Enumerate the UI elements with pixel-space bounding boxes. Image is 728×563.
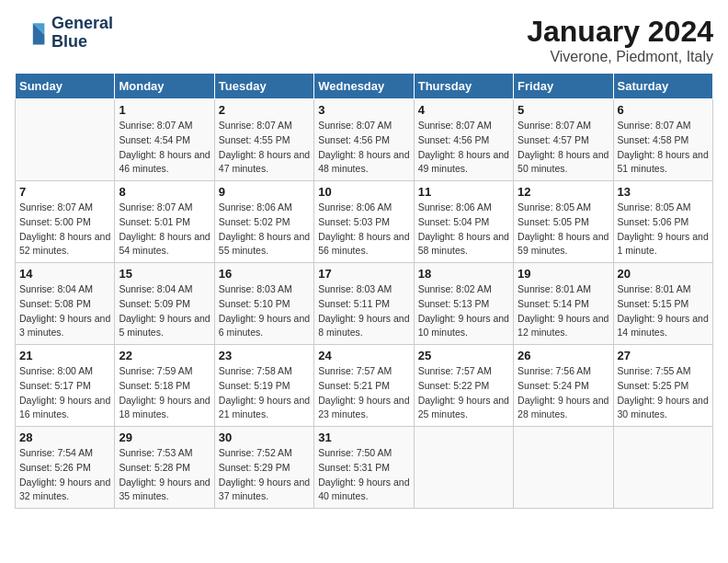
sunset-label: Sunset: 5:10 PM	[219, 298, 290, 309]
day-number: 25	[418, 349, 509, 362]
day-number: 23	[219, 349, 310, 362]
sunset-label: Sunset: 5:15 PM	[618, 298, 689, 309]
daylight-label: Daylight: 9 hours and 8 minutes.	[318, 313, 409, 339]
calendar-day-cell: 21Sunrise: 8:00 AMSunset: 5:17 PMDayligh…	[16, 345, 115, 427]
sunrise-label: Sunrise: 7:57 AM	[418, 365, 492, 376]
calendar-day-cell: 26Sunrise: 7:56 AMSunset: 5:24 PMDayligh…	[514, 345, 613, 427]
daylight-label: Daylight: 9 hours and 32 minutes.	[19, 477, 110, 502]
calendar-day-cell	[414, 427, 513, 509]
sunset-label: Sunset: 5:04 PM	[418, 216, 490, 227]
day-info: Sunrise: 8:06 AMSunset: 5:04 PMDaylight:…	[418, 201, 509, 259]
sunrise-label: Sunrise: 8:03 AM	[318, 283, 392, 294]
sunset-label: Sunset: 5:29 PM	[219, 462, 290, 473]
calendar-day-cell: 25Sunrise: 7:57 AMSunset: 5:22 PMDayligh…	[414, 345, 513, 427]
day-number: 26	[518, 349, 609, 362]
sunset-label: Sunset: 5:31 PM	[318, 462, 390, 473]
calendar-day-cell: 2Sunrise: 8:07 AMSunset: 4:55 PMDaylight…	[214, 99, 313, 181]
calendar-day-cell: 23Sunrise: 7:58 AMSunset: 5:19 PMDayligh…	[214, 345, 313, 427]
day-info: Sunrise: 8:00 AMSunset: 5:17 PMDaylight:…	[19, 364, 110, 422]
weekday-header-row: SundayMondayTuesdayWednesdayThursdayFrid…	[16, 74, 713, 99]
sunrise-label: Sunrise: 8:06 AM	[318, 201, 392, 213]
day-number: 15	[119, 267, 210, 281]
day-info: Sunrise: 8:07 AMSunset: 4:56 PMDaylight:…	[418, 119, 509, 177]
day-info: Sunrise: 8:01 AMSunset: 5:15 PMDaylight:…	[618, 282, 709, 340]
day-info: Sunrise: 8:07 AMSunset: 4:54 PMDaylight:…	[119, 119, 210, 177]
day-info: Sunrise: 7:57 AMSunset: 5:22 PMDaylight:…	[418, 364, 509, 422]
sunrise-label: Sunrise: 8:01 AM	[618, 283, 691, 294]
sunrise-label: Sunrise: 7:57 AM	[318, 365, 392, 376]
calendar-week-row: 21Sunrise: 8:00 AMSunset: 5:17 PMDayligh…	[16, 345, 713, 427]
logo: General Blue	[15, 15, 113, 52]
daylight-label: Daylight: 9 hours and 6 minutes.	[219, 313, 310, 339]
calendar-day-cell: 12Sunrise: 8:05 AMSunset: 5:05 PMDayligh…	[514, 181, 613, 263]
calendar-day-cell	[613, 427, 712, 509]
day-info: Sunrise: 8:03 AMSunset: 5:10 PMDaylight:…	[219, 282, 310, 340]
daylight-label: Daylight: 8 hours and 56 minutes.	[318, 231, 409, 257]
calendar-day-cell: 24Sunrise: 7:57 AMSunset: 5:21 PMDayligh…	[314, 345, 414, 427]
day-info: Sunrise: 7:58 AMSunset: 5:19 PMDaylight:…	[219, 364, 310, 422]
day-info: Sunrise: 8:01 AMSunset: 5:14 PMDaylight:…	[518, 282, 609, 340]
day-number: 29	[119, 431, 210, 444]
sunrise-label: Sunrise: 7:55 AM	[618, 365, 691, 376]
day-info: Sunrise: 7:55 AMSunset: 5:25 PMDaylight:…	[618, 364, 709, 422]
sunset-label: Sunset: 5:25 PM	[618, 380, 689, 391]
calendar-day-cell: 20Sunrise: 8:01 AMSunset: 5:15 PMDayligh…	[613, 263, 712, 345]
weekday-header: Friday	[514, 74, 613, 99]
day-number: 2	[219, 103, 310, 117]
sunset-label: Sunset: 4:58 PM	[618, 134, 689, 145]
title-area: January 2024 Viverone, Piedmont, Italy	[527, 15, 713, 65]
sunrise-label: Sunrise: 8:07 AM	[618, 120, 691, 131]
sunrise-label: Sunrise: 8:07 AM	[418, 120, 492, 131]
sunset-label: Sunset: 5:22 PM	[418, 380, 490, 391]
daylight-label: Daylight: 9 hours and 16 minutes.	[19, 395, 110, 420]
day-info: Sunrise: 7:59 AMSunset: 5:18 PMDaylight:…	[119, 364, 210, 422]
calendar-day-cell: 16Sunrise: 8:03 AMSunset: 5:10 PMDayligh…	[214, 263, 313, 345]
calendar-day-cell: 1Sunrise: 8:07 AMSunset: 4:54 PMDaylight…	[115, 99, 214, 181]
sunset-label: Sunset: 5:19 PM	[219, 380, 290, 391]
sunrise-label: Sunrise: 8:06 AM	[219, 201, 292, 213]
daylight-label: Daylight: 9 hours and 3 minutes.	[19, 313, 110, 339]
daylight-label: Daylight: 9 hours and 21 minutes.	[219, 395, 310, 420]
daylight-label: Daylight: 9 hours and 35 minutes.	[119, 477, 210, 502]
day-number: 11	[418, 185, 509, 199]
sunset-label: Sunset: 5:08 PM	[19, 298, 91, 309]
sunrise-label: Sunrise: 8:07 AM	[119, 201, 192, 213]
calendar-week-row: 28Sunrise: 7:54 AMSunset: 5:26 PMDayligh…	[16, 427, 713, 509]
day-number: 9	[219, 185, 310, 199]
day-info: Sunrise: 8:02 AMSunset: 5:13 PMDaylight:…	[418, 282, 509, 340]
day-info: Sunrise: 8:07 AMSunset: 5:00 PMDaylight:…	[19, 201, 110, 259]
calendar-day-cell: 10Sunrise: 8:06 AMSunset: 5:03 PMDayligh…	[314, 181, 414, 263]
day-info: Sunrise: 8:07 AMSunset: 4:58 PMDaylight:…	[618, 119, 709, 177]
calendar-day-cell: 3Sunrise: 8:07 AMSunset: 4:56 PMDaylight…	[314, 99, 414, 181]
daylight-label: Daylight: 9 hours and 25 minutes.	[418, 395, 509, 420]
calendar-day-cell: 30Sunrise: 7:52 AMSunset: 5:29 PMDayligh…	[214, 427, 313, 509]
sunset-label: Sunset: 5:01 PM	[119, 216, 190, 227]
calendar-day-cell: 17Sunrise: 8:03 AMSunset: 5:11 PMDayligh…	[314, 263, 414, 345]
day-number: 7	[19, 185, 110, 199]
sunrise-label: Sunrise: 8:06 AM	[418, 201, 492, 213]
sunrise-label: Sunrise: 7:56 AM	[518, 365, 591, 376]
day-number: 12	[518, 185, 609, 199]
sunset-label: Sunset: 5:18 PM	[119, 380, 190, 391]
daylight-label: Daylight: 8 hours and 54 minutes.	[119, 231, 210, 257]
sunrise-label: Sunrise: 8:07 AM	[219, 120, 292, 131]
daylight-label: Daylight: 9 hours and 28 minutes.	[518, 395, 609, 420]
day-info: Sunrise: 7:54 AMSunset: 5:26 PMDaylight:…	[19, 446, 110, 504]
daylight-label: Daylight: 9 hours and 10 minutes.	[418, 313, 509, 339]
calendar-day-cell: 11Sunrise: 8:06 AMSunset: 5:04 PMDayligh…	[414, 181, 513, 263]
weekday-header: Wednesday	[314, 74, 414, 99]
sunset-label: Sunset: 5:28 PM	[119, 462, 190, 473]
calendar-day-cell: 22Sunrise: 7:59 AMSunset: 5:18 PMDayligh…	[115, 345, 214, 427]
sunrise-label: Sunrise: 7:54 AM	[19, 447, 93, 458]
calendar-day-cell: 15Sunrise: 8:04 AMSunset: 5:09 PMDayligh…	[115, 263, 214, 345]
day-number: 30	[219, 431, 310, 444]
daylight-label: Daylight: 8 hours and 55 minutes.	[219, 231, 310, 257]
day-info: Sunrise: 8:07 AMSunset: 4:56 PMDaylight:…	[318, 119, 409, 177]
sunrise-label: Sunrise: 7:53 AM	[119, 447, 192, 458]
daylight-label: Daylight: 8 hours and 51 minutes.	[618, 149, 709, 175]
location: Viverone, Piedmont, Italy	[527, 49, 713, 65]
sunset-label: Sunset: 5:06 PM	[618, 216, 689, 227]
sunset-label: Sunset: 5:09 PM	[119, 298, 190, 309]
calendar-day-cell: 14Sunrise: 8:04 AMSunset: 5:08 PMDayligh…	[16, 263, 115, 345]
day-number: 21	[19, 349, 110, 362]
